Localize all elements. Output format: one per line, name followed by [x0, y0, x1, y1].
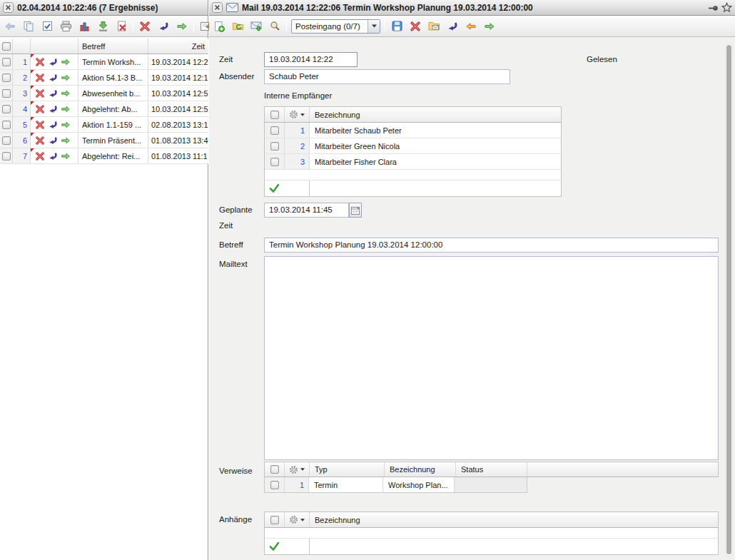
table-row[interactable]: 4 Abgelehnt: Ab... 10.03.2014 12:5 [0, 101, 208, 117]
table-row[interactable]: 3 Abwesenheit b... 10.03.2014 12:5 [0, 86, 208, 101]
table-row[interactable]: 1 Termin Worksh... 19.03.2014 12:2 [0, 54, 208, 70]
delete-document-icon[interactable] [114, 19, 128, 34]
delete-x-icon[interactable] [35, 151, 45, 161]
delete-x-icon[interactable] [35, 104, 45, 114]
back-icon[interactable] [3, 19, 17, 34]
absender-field[interactable]: Schaub Peter [264, 69, 510, 84]
reply-undo-icon[interactable] [48, 88, 58, 98]
header-checkbox-cell[interactable] [265, 512, 285, 527]
confirm-entry-button[interactable] [265, 180, 310, 196]
mailbox-select[interactable]: Posteingang (0/7) [291, 19, 380, 34]
reply-undo-icon[interactable] [48, 151, 58, 161]
delete-x-icon[interactable] [35, 57, 45, 67]
delete-x-icon[interactable] [35, 136, 45, 146]
reply-undo-icon[interactable] [48, 104, 58, 114]
forward-arrow-icon[interactable] [61, 88, 71, 98]
column-header-status[interactable]: Status [456, 462, 527, 477]
delete-x-icon[interactable] [35, 73, 45, 83]
results-table-header[interactable]: Betreff Zeit [0, 39, 208, 54]
search-icon[interactable] [268, 19, 282, 34]
betreff-field[interactable]: Termin Workshop Planung 19.03.2014 12:00… [264, 238, 719, 253]
forward-arrow-icon[interactable] [61, 120, 71, 130]
calendar-picker-button[interactable] [349, 203, 362, 218]
header-checkbox-cell[interactable] [265, 462, 285, 477]
vertical-scrollbar[interactable] [725, 43, 733, 556]
delete-x-icon[interactable] [35, 88, 45, 98]
column-header-bezeichnung[interactable]: Bezeichnung [385, 462, 456, 477]
reply-undo-icon[interactable] [156, 19, 171, 34]
table-row[interactable]: 6 Termin Präsent... 01.08.2013 13:4 [0, 133, 208, 148]
row-checkbox[interactable] [2, 89, 11, 98]
forward-arrow-icon[interactable] [175, 19, 189, 34]
row-checkbox[interactable] [270, 126, 279, 135]
column-header-bezeichnung[interactable]: Bezeichnung [310, 107, 561, 122]
select-all-checkbox[interactable] [2, 42, 11, 51]
row-checkbox-cell[interactable] [0, 86, 13, 101]
row-checkbox[interactable] [270, 481, 279, 489]
row-checkbox[interactable] [270, 142, 279, 151]
forward-arrow-icon[interactable] [61, 57, 71, 67]
header-checkbox-cell[interactable] [0, 39, 13, 54]
forward-arrow-icon[interactable] [61, 73, 71, 83]
table-row[interactable]: 3 Mitarbeiter Fisher Clara [265, 154, 561, 170]
chevron-down-icon[interactable] [368, 20, 380, 33]
row-checkbox-cell[interactable] [0, 133, 13, 148]
reply-undo-icon[interactable] [445, 19, 460, 34]
reply-undo-icon[interactable] [48, 120, 58, 130]
row-checkbox[interactable] [2, 121, 11, 129]
delete-x-icon[interactable] [35, 120, 45, 130]
select-all-checkbox[interactable] [270, 516, 279, 524]
row-checkbox-cell[interactable] [0, 148, 13, 163]
geplante-zeit-field[interactable]: 19.03.2014 11:45 [264, 203, 349, 218]
reply-undo-icon[interactable] [48, 73, 58, 83]
row-checkbox-cell[interactable] [265, 154, 285, 169]
column-header-zeit[interactable]: Zeit [148, 39, 208, 54]
column-header-bezeichnung[interactable]: Bezeichnung [310, 512, 718, 527]
export-download-icon[interactable] [96, 19, 110, 34]
save-icon[interactable] [390, 19, 404, 34]
favorite-star-icon[interactable] [721, 2, 732, 13]
forward-arrow-icon[interactable] [61, 104, 71, 114]
table-menu-button[interactable] [285, 107, 310, 122]
mailtext-area[interactable] [264, 256, 719, 460]
select-checkbox-icon[interactable] [40, 19, 54, 34]
table-menu-button[interactable] [285, 512, 310, 527]
new-document-icon[interactable] [212, 19, 226, 34]
delete-x-icon[interactable] [138, 19, 152, 34]
row-checkbox-cell[interactable] [265, 477, 285, 492]
row-checkbox[interactable] [2, 58, 11, 66]
zeit-field[interactable]: 19.03.2014 12:22 [264, 52, 358, 67]
row-checkbox-cell[interactable] [265, 123, 285, 138]
copy-icon[interactable] [21, 19, 36, 34]
pin-icon[interactable] [708, 2, 719, 13]
row-checkbox-cell[interactable] [0, 70, 13, 85]
receive-mail-icon[interactable] [249, 19, 263, 34]
column-header-betreff[interactable]: Betreff [78, 39, 148, 54]
close-icon[interactable] [3, 2, 14, 13]
reply-undo-icon[interactable] [48, 136, 58, 146]
scrollbar-thumb[interactable] [726, 45, 731, 554]
forward-arrow-icon[interactable] [482, 19, 497, 34]
table-row[interactable]: 2 Aktion 54.1-3 B... 19.03.2014 12:1 [0, 70, 208, 86]
row-checkbox[interactable] [2, 105, 11, 113]
row-checkbox-cell[interactable] [0, 101, 13, 116]
row-checkbox[interactable] [270, 158, 279, 166]
table-row[interactable]: 1 Mitarbeiter Schaub Peter [265, 123, 561, 138]
header-checkbox-cell[interactable] [265, 107, 285, 122]
row-checkbox[interactable] [2, 136, 11, 145]
table-row[interactable]: 1 Termin Workshop Plan... [264, 477, 527, 493]
new-entry-input[interactable] [310, 180, 561, 196]
close-icon[interactable] [212, 2, 223, 13]
select-all-checkbox[interactable] [270, 465, 279, 474]
print-icon[interactable] [59, 19, 73, 34]
forward-arrow-icon[interactable] [61, 151, 71, 161]
confirm-entry-button[interactable] [265, 539, 310, 554]
reply-undo-icon[interactable] [48, 57, 58, 67]
table-row[interactable]: 2 Mitarbeiter Green Nicola [265, 138, 561, 154]
folder-mail-icon[interactable] [427, 19, 441, 34]
table-menu-button[interactable] [285, 462, 310, 477]
bar-chart-icon[interactable] [77, 19, 91, 34]
row-checkbox[interactable] [2, 73, 11, 82]
table-row[interactable]: 5 Aktion 1.1-159 ... 02.08.2013 13:1 [0, 117, 208, 133]
row-checkbox[interactable] [2, 152, 11, 161]
